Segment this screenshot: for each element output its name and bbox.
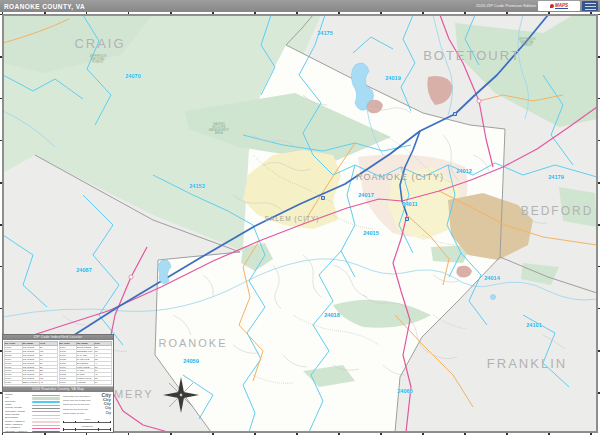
legend-swatch <box>32 425 60 427</box>
legend-items: CountyCityZIP CodeWaterPrimary RoadsSeco… <box>5 394 60 433</box>
title-bar: ROANOKE COUNTY, VA 2020 ZIP Code Premium… <box>0 0 600 12</box>
legend-swatch <box>32 428 60 430</box>
legend-panel: ZIP Code Index/Grid Locator ZIP CodeZIP … <box>2 334 114 433</box>
zip-index-row: 24059BENT MOUNTAINA5 <box>5 381 58 385</box>
legend-swatch <box>32 418 60 419</box>
legend-swatch <box>32 395 60 396</box>
scale-bar: Miles <box>63 418 111 424</box>
legend-swatch <box>32 415 60 416</box>
legend-swatch <box>32 405 60 406</box>
publisher-badge <box>582 1 598 11</box>
publisher-logo: MAPS <box>538 1 580 11</box>
legend-swatch <box>32 408 60 409</box>
zip-index-row: 24179VINTONC4 <box>59 381 112 385</box>
logo-mark-icon <box>550 4 554 8</box>
legend-item: Interstate Highways <box>5 430 60 433</box>
legend-swatch <box>32 431 60 433</box>
legend-swatch <box>32 401 60 402</box>
map-page: { "header": { "title": "ROANOKE COUNTY, … <box>0 0 600 435</box>
scale-bar: Kilometers <box>63 425 111 431</box>
legend-swatch <box>32 421 60 422</box>
zip-index-table: ZIP CodeZIP NameGrid24011ROANOKEB424012R… <box>3 340 113 387</box>
logo-word: MAPS <box>555 3 568 9</box>
map-title: ROANOKE COUNTY, VA <box>0 3 85 10</box>
edition-label: 2020 ZIP Code Premium Edition <box>476 0 536 12</box>
legend-city-classes: Cities (250,000 and above)CityCities (10… <box>63 394 111 433</box>
grid-ruler-top <box>2 12 598 14</box>
legend-body: CountyCityZIP CodeWaterPrimary RoadsSeco… <box>3 392 113 433</box>
legend-swatch <box>32 411 60 412</box>
legend-swatch <box>32 397 60 399</box>
